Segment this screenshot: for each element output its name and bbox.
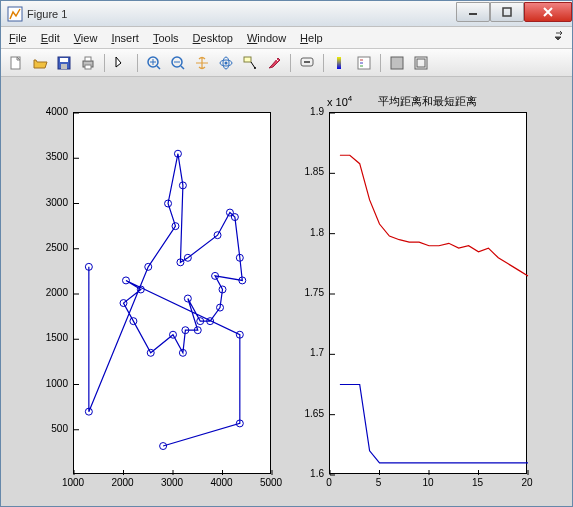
x-tick-label: 10 [413,477,443,488]
zoom-in-icon[interactable] [143,52,165,74]
y-tick-label: 3000 [38,197,68,208]
x-tick-label: 4000 [207,477,237,488]
minimize-button[interactable] [456,2,490,22]
menu-window[interactable]: Window [247,32,286,44]
y-tick-label: 1.9 [294,106,324,117]
svg-rect-20 [304,61,310,63]
svg-point-16 [225,61,228,64]
y-tick-label: 1.8 [294,227,324,238]
y-tick-label: 2500 [38,242,68,253]
window-controls [456,1,572,26]
y-tick-label: 1.85 [294,166,324,177]
svg-line-11 [157,66,160,69]
svg-rect-8 [85,57,91,61]
y-tick-label: 1000 [38,378,68,389]
x-tick-label: 15 [463,477,493,488]
open-icon[interactable] [29,52,51,74]
zoom-out-icon[interactable] [167,52,189,74]
svg-rect-6 [61,64,67,69]
y-tick-label: 1.6 [294,468,324,479]
x-tick-label: 5000 [256,477,286,488]
menu-edit[interactable]: Edit [41,32,60,44]
y-tick-label: 4000 [38,106,68,117]
link-icon[interactable] [296,52,318,74]
close-button[interactable] [524,2,572,22]
x-tick-label: 1000 [58,477,88,488]
svg-rect-17 [244,57,251,62]
legend-icon[interactable] [353,52,375,74]
y-tick-label: 1.7 [294,347,324,358]
y-tick-label: 1500 [38,332,68,343]
toolbar-separator [104,54,105,72]
chart-title: 平均距离和最短距离 [378,94,477,109]
toolbar-separator [380,54,381,72]
x-tick-label: 20 [512,477,542,488]
y-tick-label: 2000 [38,287,68,298]
window-title: Figure 1 [27,8,456,20]
figure-window: Figure 1 File Edit View Insert Tools Des… [0,0,573,507]
colorbar-icon[interactable] [329,52,351,74]
svg-rect-2 [503,8,511,16]
svg-rect-28 [417,59,425,67]
menu-overflow-icon[interactable] [554,30,566,44]
dock-icon[interactable] [410,52,432,74]
x-tick-label: 3000 [157,477,187,488]
y-tick-label: 3500 [38,151,68,162]
maximize-button[interactable] [490,2,524,22]
toolbar-separator [137,54,138,72]
svg-rect-5 [60,58,68,62]
svg-point-18 [254,67,256,69]
edit-plot-icon[interactable] [110,52,132,74]
toolbar [1,49,572,77]
print-icon[interactable] [77,52,99,74]
brush-icon[interactable] [263,52,285,74]
pan-icon[interactable] [191,52,213,74]
new-figure-icon[interactable] [5,52,27,74]
menu-desktop[interactable]: Desktop [193,32,233,44]
app-icon [7,6,23,22]
svg-rect-26 [391,57,403,69]
y-tick-label: 1.75 [294,287,324,298]
y-tick-label: 1.65 [294,408,324,419]
toolbar-separator [290,54,291,72]
save-icon[interactable] [53,52,75,74]
menu-tools[interactable]: Tools [153,32,179,44]
svg-line-13 [181,66,184,69]
titlebar: Figure 1 [1,1,572,27]
menu-view[interactable]: View [74,32,98,44]
data-cursor-icon[interactable] [239,52,261,74]
svg-rect-22 [358,57,370,69]
rotate-icon[interactable] [215,52,237,74]
figure-canvas[interactable]: 1000200030004000500050010001500200025003… [1,77,572,506]
x-tick-label: 5 [364,477,394,488]
toolbar-separator [323,54,324,72]
x-tick-label: 2000 [108,477,138,488]
axes-left[interactable] [73,112,271,474]
svg-rect-9 [85,65,91,69]
menubar: File Edit View Insert Tools Desktop Wind… [1,27,572,49]
menu-insert[interactable]: Insert [111,32,139,44]
menu-help[interactable]: Help [300,32,323,44]
axis-exponent: x 104 [327,94,352,108]
y-tick-label: 500 [38,423,68,434]
hide-tools-icon[interactable] [386,52,408,74]
menu-file[interactable]: File [9,32,27,44]
svg-rect-21 [337,57,341,69]
axes-right[interactable] [329,112,527,474]
